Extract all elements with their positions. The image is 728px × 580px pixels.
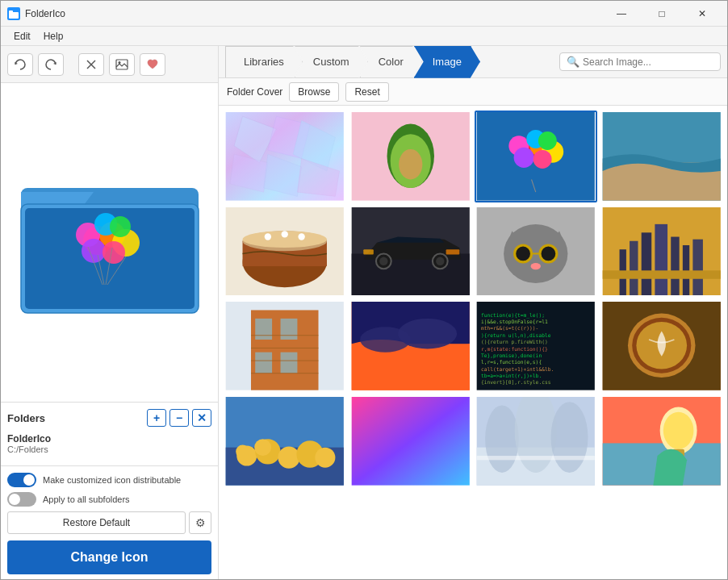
svg-point-120 xyxy=(551,402,588,473)
app-body: Folders + − ✕ FolderIco C:/Folders xyxy=(1,46,727,580)
svg-rect-0 xyxy=(9,12,19,19)
svg-point-66 xyxy=(515,245,532,262)
folder-preview xyxy=(1,83,218,402)
tab-image[interactable]: Image xyxy=(414,46,480,78)
tab-custom-label: Custom xyxy=(313,56,349,68)
svg-point-51 xyxy=(265,233,271,240)
restore-default-button[interactable]: Restore Default xyxy=(7,511,186,534)
app-icon xyxy=(7,7,20,20)
list-item[interactable]: FolderIco C:/Folders xyxy=(7,432,211,456)
subfolders-label: Apply to all subfolders xyxy=(43,494,130,504)
tab-color[interactable]: Color xyxy=(360,46,422,78)
folder-image xyxy=(17,164,203,321)
image-grid-container[interactable]: function(e){t=m_le();i|&&e.stopOnFalse{r… xyxy=(219,106,727,580)
svg-text:call(target+1)+intl&&lb.: call(target+1)+intl&&lb. xyxy=(481,366,554,373)
grid-item[interactable] xyxy=(349,206,472,298)
svg-text:i|&&e.stopOnFalse{r=l1: i|&&e.stopOnFalse{r=l1 xyxy=(481,319,548,325)
grid-item[interactable] xyxy=(349,300,472,392)
settings-button[interactable]: ⚙ xyxy=(189,511,211,534)
svg-point-16 xyxy=(82,239,106,263)
svg-point-41 xyxy=(514,148,534,168)
browse-button[interactable]: Browse xyxy=(289,82,339,102)
svg-rect-82 xyxy=(281,319,298,340)
change-icon-button[interactable]: Change Icon xyxy=(7,540,211,574)
grid-item[interactable] xyxy=(224,206,346,298)
tabs-bar: Libraries Custom Color Image 🔍 xyxy=(219,46,727,78)
grid-item[interactable] xyxy=(600,206,723,298)
grid-item[interactable] xyxy=(475,206,597,298)
menu-bar: Edit Help xyxy=(1,27,727,46)
svg-rect-75 xyxy=(671,236,679,295)
svg-text:function(e){t=m_le();: function(e){t=m_le(); xyxy=(481,312,545,319)
svg-text:l,r=s,function(e,s){: l,r=s,function(e,s){ xyxy=(481,360,542,366)
clear-button[interactable] xyxy=(78,53,104,76)
svg-text:r,m{state:function(){}: r,m{state:function(){} xyxy=(481,346,548,353)
grid-item[interactable] xyxy=(224,395,346,487)
search-icon: 🔍 xyxy=(567,56,579,68)
grid-item[interactable] xyxy=(224,300,346,392)
svg-rect-60 xyxy=(446,249,459,254)
svg-rect-84 xyxy=(281,353,298,373)
grid-item[interactable]: function(e){t=m_le();i|&&e.stopOnFalse{r… xyxy=(475,300,597,392)
search-box: 🔍 xyxy=(559,52,721,71)
search-input[interactable] xyxy=(583,56,713,68)
svg-point-67 xyxy=(540,245,557,262)
grid-item[interactable] xyxy=(600,300,723,392)
menu-help[interactable]: Help xyxy=(37,29,70,44)
tab-libraries-label: Libraries xyxy=(244,56,284,68)
favorite-button[interactable] xyxy=(140,53,165,76)
grid-item[interactable] xyxy=(600,111,723,202)
svg-rect-83 xyxy=(255,353,272,373)
subfolders-toggle-row: Apply to all subfolders xyxy=(7,492,211,507)
distributable-label: Make customized icon distributable xyxy=(43,475,181,485)
svg-rect-72 xyxy=(630,240,638,295)
svg-rect-1 xyxy=(9,10,13,13)
svg-text:mth=r&&(s=t(c(r)))-: mth=r&&(s=t(c(r)))- xyxy=(481,326,539,332)
minimize-button[interactable]: — xyxy=(603,1,640,27)
left-panel: Folders + − ✕ FolderIco C:/Folders xyxy=(1,46,219,580)
svg-point-125 xyxy=(663,412,693,449)
svg-point-69 xyxy=(530,263,541,269)
folder-path: C:/Folders xyxy=(7,444,211,454)
grid-item[interactable] xyxy=(475,111,597,202)
svg-point-15 xyxy=(110,216,131,237)
grid-item[interactable] xyxy=(349,395,472,487)
svg-point-59 xyxy=(436,257,444,265)
add-folder-button[interactable]: + xyxy=(147,409,166,427)
maximize-button[interactable]: □ xyxy=(643,1,680,27)
tab-libraries[interactable]: Libraries xyxy=(225,46,303,78)
svg-point-111 xyxy=(254,439,271,456)
svg-point-118 xyxy=(485,405,519,473)
svg-rect-73 xyxy=(641,232,651,295)
grid-item[interactable] xyxy=(600,395,723,487)
svg-point-42 xyxy=(533,150,552,169)
image-button[interactable] xyxy=(109,53,135,76)
close-folder-button[interactable]: ✕ xyxy=(192,409,211,427)
tab-image-label: Image xyxy=(433,56,462,68)
undo-button[interactable] xyxy=(7,53,33,76)
image-grid: function(e){t=m_le();i|&&e.stopOnFalse{r… xyxy=(224,111,722,487)
grid-item[interactable] xyxy=(475,395,597,487)
svg-rect-115 xyxy=(351,397,469,486)
distributable-toggle[interactable] xyxy=(7,473,36,487)
window-controls: — □ ✕ xyxy=(603,1,721,27)
distributable-toggle-row: Make customized icon distributable xyxy=(7,473,211,487)
toggle-thumb xyxy=(23,474,35,486)
reset-button[interactable]: Reset xyxy=(345,82,388,102)
svg-point-112 xyxy=(278,446,299,468)
title-bar: FolderIco — □ ✕ xyxy=(1,1,727,27)
tab-custom[interactable]: Custom xyxy=(295,46,368,78)
remove-folder-button[interactable]: − xyxy=(169,409,189,427)
redo-button[interactable] xyxy=(38,53,64,76)
close-button[interactable]: ✕ xyxy=(684,1,721,27)
svg-point-88 xyxy=(398,319,457,349)
svg-text:){return u(l,n),disable: ){return u(l,n),disable xyxy=(481,332,551,339)
grid-item[interactable] xyxy=(224,111,346,202)
svg-text:tb=a=>a+int(r,j)+lb.: tb=a=>a+int(r,j)+lb. xyxy=(481,373,542,379)
subfolders-toggle[interactable] xyxy=(7,492,36,507)
svg-point-114 xyxy=(315,448,335,468)
toolbar xyxy=(1,46,218,83)
bottom-controls: Make customized icon distributable Apply… xyxy=(1,465,218,580)
grid-item[interactable] xyxy=(349,111,472,202)
menu-edit[interactable]: Edit xyxy=(7,29,37,44)
